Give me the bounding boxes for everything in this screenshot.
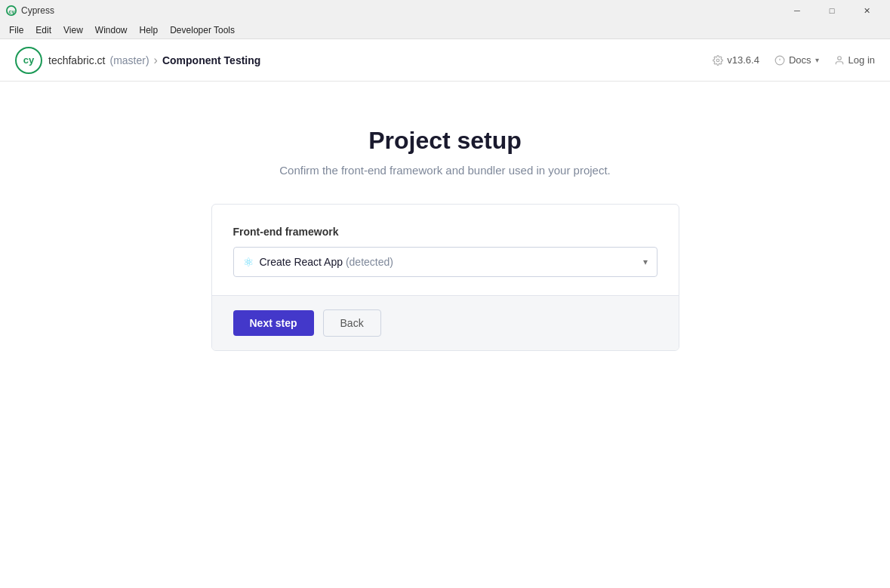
version-label: v13.6.4 xyxy=(727,54,759,66)
setup-card: Front-end framework ⚛ Create React App (… xyxy=(211,204,679,351)
detected-badge: (detected) xyxy=(346,256,393,268)
menu-developer-tools[interactable]: Developer Tools xyxy=(164,23,241,37)
docs-label: Docs xyxy=(789,54,811,66)
breadcrumb: techfabric.ct (master) › Component Testi… xyxy=(48,54,260,67)
page-heading: Project setup xyxy=(368,127,522,155)
menu-edit[interactable]: Edit xyxy=(29,23,57,37)
version-button[interactable]: v13.6.4 xyxy=(713,54,759,66)
menu-window[interactable]: Window xyxy=(89,23,134,37)
back-button[interactable]: Back xyxy=(323,309,381,337)
menu-view[interactable]: View xyxy=(57,23,89,37)
card-footer: Next step Back xyxy=(212,295,679,350)
title-bar: cy Cypress ─ □ ✕ xyxy=(0,0,890,21)
breadcrumb-separator: › xyxy=(154,54,158,67)
react-icon: ⚛ xyxy=(243,255,254,269)
chevron-down-icon: ▾ xyxy=(643,257,648,267)
login-button[interactable]: Log in xyxy=(834,54,875,66)
login-label: Log in xyxy=(848,54,875,66)
docs-icon xyxy=(775,55,785,66)
title-bar-controls: ─ □ ✕ xyxy=(780,0,884,21)
docs-chevron: ▾ xyxy=(815,56,819,64)
close-button[interactable]: ✕ xyxy=(849,0,884,21)
field-label: Front-end framework xyxy=(233,226,657,238)
app-header: cy techfabric.ct (master) › Component Te… xyxy=(0,39,890,82)
header-left: cy techfabric.ct (master) › Component Te… xyxy=(15,47,260,74)
card-body: Front-end framework ⚛ Create React App (… xyxy=(212,205,679,295)
settings-icon xyxy=(713,55,723,66)
title-bar-left: cy Cypress xyxy=(6,5,54,16)
app-icon: cy xyxy=(6,5,17,16)
branch-name: (master) xyxy=(109,54,149,66)
page-subtitle: Confirm the front-end framework and bund… xyxy=(279,164,611,177)
project-name: techfabric.ct xyxy=(48,54,105,66)
menu-file[interactable]: File xyxy=(3,23,29,37)
main-content: Project setup Confirm the front-end fram… xyxy=(0,82,890,588)
svg-point-6 xyxy=(837,56,841,60)
app-title: Cypress xyxy=(21,5,54,16)
docs-button[interactable]: Docs ▾ xyxy=(775,54,819,66)
menu-help[interactable]: Help xyxy=(134,23,165,37)
minimize-button[interactable]: ─ xyxy=(780,0,815,21)
page-title: Component Testing xyxy=(162,54,260,66)
header-right: v13.6.4 Docs ▾ Log in xyxy=(713,54,875,66)
next-step-button[interactable]: Next step xyxy=(233,310,314,336)
maximize-button[interactable]: □ xyxy=(815,0,849,21)
svg-point-2 xyxy=(717,59,720,62)
cypress-logo: cy xyxy=(15,47,42,74)
menu-bar: File Edit View Window Help Developer Too… xyxy=(0,21,890,39)
user-icon xyxy=(834,55,845,66)
select-value: Create React App (detected) xyxy=(260,256,643,268)
framework-select[interactable]: ⚛ Create React App (detected) ▾ xyxy=(233,247,657,277)
svg-text:cy: cy xyxy=(9,9,15,15)
